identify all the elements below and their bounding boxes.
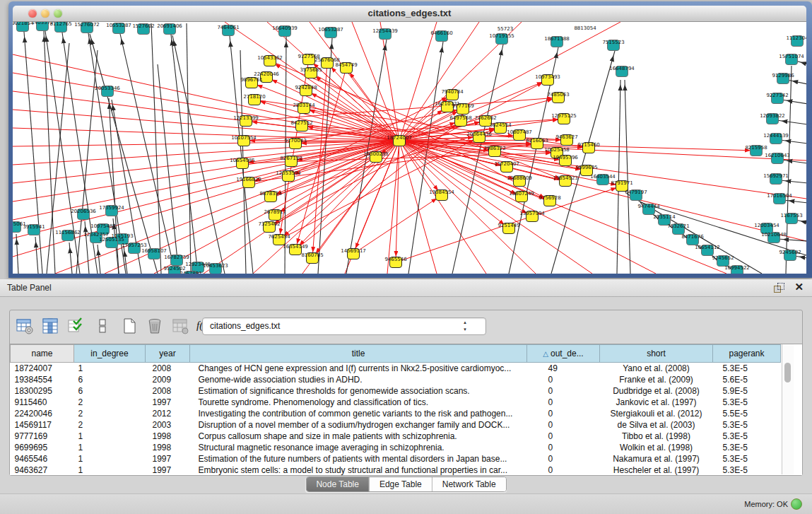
memory-ok-icon[interactable] (791, 498, 802, 510)
cell-in_degree[interactable]: 6 (74, 374, 146, 385)
import-table-icon[interactable] (66, 317, 85, 335)
column-header-title[interactable]: title (190, 345, 527, 363)
delete-rows-icon[interactable] (146, 317, 164, 335)
cell-in_degree[interactable]: 1 (74, 453, 146, 465)
cell-year[interactable]: 2012 (146, 408, 190, 419)
table-row[interactable]: 1872400712008Changes of HCN gene express… (11, 363, 781, 375)
network-edge[interactable] (312, 141, 399, 258)
cell-name[interactable]: 14569117 (11, 419, 74, 431)
table-column-icon[interactable] (41, 317, 59, 335)
cell-in_degree[interactable]: 1 (74, 363, 146, 375)
network-canvas[interactable]: 1872400710543362224200469896761271812012… (13, 22, 806, 274)
cell-title[interactable]: Embryonic stem cells: a model to study s… (190, 465, 527, 476)
cell-name[interactable]: 22420046 (11, 408, 74, 419)
cell-year[interactable]: 1997 (146, 453, 190, 465)
cell-short[interactable]: de Silva et al. (2003) (600, 419, 713, 431)
cell-name[interactable]: 18300295 (11, 385, 74, 397)
cell-pagerank[interactable]: 5.3E-5 (713, 419, 781, 431)
network-edge[interactable] (780, 140, 806, 144)
float-panel-icon[interactable] (774, 283, 784, 293)
cell-name[interactable]: 9699695 (11, 442, 74, 453)
cell-name[interactable]: 9463627 (11, 465, 74, 476)
network-edge[interactable] (98, 245, 100, 274)
window-titlebar[interactable]: citations_edges.txt (13, 6, 806, 22)
network-edge[interactable] (16, 234, 18, 274)
cell-year[interactable]: 1998 (146, 442, 190, 453)
cell-out_degree[interactable]: 0 (527, 465, 600, 476)
cell-title[interactable]: Structural magnetic resonance image aver… (190, 442, 527, 453)
network-edge[interactable] (13, 110, 399, 141)
cell-title[interactable]: Genome-wide association studies in ADHD. (190, 374, 527, 385)
cell-title[interactable]: Disruption of a novel member of a sodium… (190, 419, 527, 431)
cell-in_degree[interactable]: 1 (74, 431, 146, 442)
cell-short[interactable]: Dudbridge et al. (2008) (600, 385, 713, 397)
cell-short[interactable]: Franke et al. (2009) (600, 374, 713, 385)
cell-out_degree[interactable]: 0 (527, 408, 600, 419)
cell-year[interactable]: 2008 (146, 363, 190, 375)
cell-name[interactable]: 18724007 (11, 363, 74, 375)
cell-pagerank[interactable]: 5.3E-5 (713, 465, 781, 476)
network-edge[interactable] (780, 180, 806, 183)
cell-out_degree[interactable]: 0 (527, 431, 600, 442)
network-edge[interactable] (85, 221, 89, 274)
rows-icon[interactable] (93, 317, 112, 335)
cell-title[interactable]: Estimation of the future numbers of pati… (190, 453, 527, 465)
table-row[interactable]: 1456911722003Disruption of a novel membe… (11, 419, 781, 431)
network-edge[interactable] (246, 98, 558, 121)
cell-name[interactable]: 9115460 (11, 397, 74, 408)
table-row[interactable]: 946554611997Estimation of the future num… (11, 453, 781, 465)
cell-in_degree[interactable]: 6 (74, 385, 146, 397)
network-edge[interactable] (230, 36, 253, 274)
cell-name[interactable]: 9465546 (11, 453, 74, 465)
cell-out_degree[interactable]: 0 (527, 419, 600, 431)
network-edge[interactable] (640, 202, 806, 255)
cell-out_degree[interactable]: 0 (527, 397, 600, 408)
cell-year[interactable]: 1998 (146, 431, 190, 442)
scrollbar-thumb[interactable] (784, 363, 791, 382)
table-row[interactable]: 1830029562008Estimation of significance … (11, 385, 781, 397)
column-header-short[interactable]: short (600, 345, 713, 363)
new-table-icon[interactable] (120, 317, 139, 335)
network-edge[interactable] (69, 243, 72, 274)
cell-pagerank[interactable]: 5.3E-5 (713, 431, 781, 442)
tab-node-table[interactable]: Node Table (306, 477, 369, 491)
network-edge[interactable] (787, 80, 806, 84)
network-edge[interactable] (625, 80, 630, 274)
table-scrollbar[interactable] (782, 344, 794, 474)
table-settings-icon[interactable] (16, 317, 34, 335)
column-header-year[interactable]: year (146, 345, 190, 363)
cell-short[interactable]: Stergiakouli et al. (2012) (600, 408, 713, 419)
cell-pagerank[interactable]: 5.3E-5 (713, 453, 781, 465)
cell-title[interactable]: Investigating the contribution of common… (190, 408, 527, 419)
network-edge[interactable] (777, 120, 806, 124)
cell-name[interactable]: 19384554 (11, 374, 74, 385)
cell-out_degree[interactable]: 0 (527, 442, 600, 453)
cell-out_degree[interactable]: 0 (527, 453, 600, 465)
cell-year[interactable]: 2003 (146, 419, 190, 431)
cell-year[interactable]: 2008 (146, 385, 190, 397)
cell-in_degree[interactable]: 2 (74, 419, 146, 431)
table-row[interactable]: 911546021997Tourette syndrome. Phenomeno… (11, 397, 781, 408)
cell-short[interactable]: Wolkin et al. (1998) (600, 442, 713, 453)
table-row[interactable]: 977716911998Corpus callosum shape and si… (11, 431, 781, 442)
cell-pagerank[interactable]: 5.6E-5 (713, 374, 781, 385)
network-edge[interactable] (617, 80, 620, 274)
cell-short[interactable]: Yano et al. (2008) (600, 363, 713, 375)
cell-in_degree[interactable]: 2 (74, 397, 146, 408)
cell-title[interactable]: Tourette syndrome. Phenomenology and cla… (190, 397, 527, 408)
network-edge[interactable] (270, 61, 399, 141)
cell-title[interactable]: Estimation of significance thresholds fo… (190, 385, 527, 397)
cell-name[interactable]: 9777169 (11, 431, 74, 442)
table-row[interactable]: 946362711997Embryonic stem cells: a mode… (11, 465, 781, 476)
cell-short[interactable]: Hescheler et al. (1997) (600, 465, 713, 476)
table-selector-dropdown[interactable]: citations_edges.txt ▲▼ (202, 317, 486, 335)
cell-title[interactable]: Changes of HCN gene expression and I(f) … (190, 363, 527, 375)
tab-network-table[interactable]: Network Table (432, 477, 506, 491)
network-edge[interactable] (35, 237, 38, 274)
delete-table-icon[interactable] (171, 317, 189, 335)
table-row[interactable]: 969969511998Structural magnetic resonanc… (11, 442, 781, 453)
column-header-out_degree[interactable]: △out_de... (527, 345, 600, 363)
network-edge[interactable] (784, 200, 806, 203)
cell-out_degree[interactable]: 49 (527, 363, 600, 375)
network-edge[interactable] (44, 31, 55, 274)
